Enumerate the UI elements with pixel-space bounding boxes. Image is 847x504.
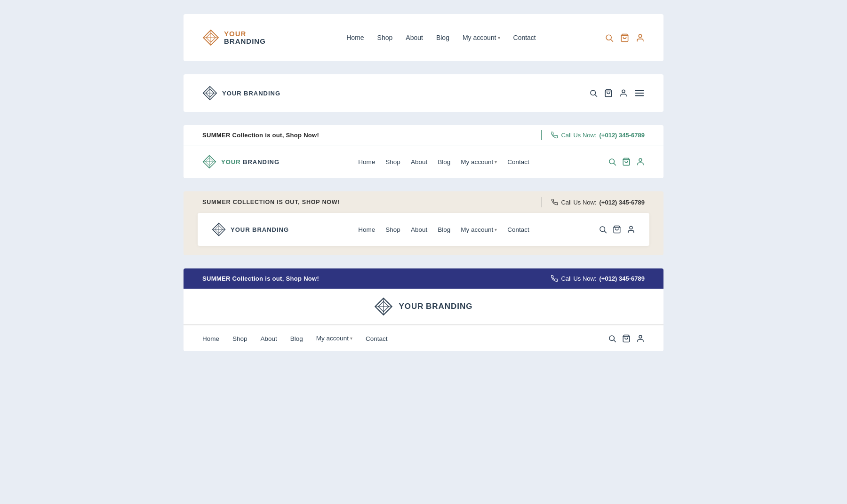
- svg-point-7: [639, 34, 641, 37]
- user-icon[interactable]: [636, 334, 645, 343]
- logo-text: YOUR BRANDING: [399, 302, 472, 311]
- svg-line-40: [614, 340, 615, 342]
- nav1-icons: [605, 33, 645, 42]
- call-number: (+012) 345-6789: [599, 199, 645, 206]
- user-icon[interactable]: [627, 225, 635, 234]
- nav4-topbar: SUMMER COLLECTION IS OUT, SHOP NOW! Call…: [184, 191, 663, 213]
- bag-icon[interactable]: [622, 334, 631, 343]
- nav4-logo[interactable]: YOUR BRANDING: [212, 222, 289, 236]
- nav-myaccount[interactable]: My account ▾: [463, 34, 500, 41]
- nav4-inner: YOUR BRANDING Home Shop About Blog My ac…: [198, 213, 649, 246]
- nav4-links: Home Shop About Blog My account ▾ Contac…: [358, 225, 529, 234]
- nav2-icons: [589, 88, 645, 98]
- logo-diamond-icon: [212, 222, 226, 236]
- logo-text: YOUR BRANDING: [231, 225, 289, 234]
- nav5-icons: [608, 334, 645, 343]
- chevron-down-icon: ▾: [495, 159, 497, 165]
- bag-icon[interactable]: [622, 158, 631, 166]
- search-icon[interactable]: [608, 158, 616, 166]
- nav3-main: YOUR BRANDING Home Shop About Blog My ac…: [184, 145, 663, 178]
- nav-contact[interactable]: Contact: [366, 334, 388, 343]
- menu-icon[interactable]: [634, 88, 645, 98]
- nav-myaccount[interactable]: My account ▾: [461, 226, 497, 233]
- search-icon[interactable]: [589, 89, 598, 97]
- nav-myaccount[interactable]: My account ▾: [461, 158, 497, 165]
- nav-shop[interactable]: Shop: [385, 225, 400, 234]
- bag-icon[interactable]: [604, 89, 613, 97]
- chevron-down-icon: ▾: [350, 336, 352, 341]
- bag-icon[interactable]: [620, 33, 629, 42]
- logo-your: YOUR: [224, 30, 266, 37]
- nav3-links: Home Shop About Blog My account ▾ Contac…: [358, 158, 529, 166]
- logo-your: YOUR: [221, 158, 241, 165]
- nav-home[interactable]: Home: [202, 334, 219, 343]
- logo-branding: BRANDING: [224, 37, 266, 46]
- nav-shop[interactable]: Shop: [377, 33, 393, 42]
- nav5-topbar: SUMMER Collection is out, Shop Now! Call…: [184, 268, 663, 289]
- user-icon[interactable]: [619, 89, 628, 97]
- logo-branding: BRANDING: [252, 226, 289, 233]
- navbar-4: SUMMER COLLECTION IS OUT, SHOP NOW! Call…: [184, 191, 663, 255]
- nav5-promo-text: SUMMER Collection is out, Shop Now!: [202, 275, 551, 282]
- nav-shop[interactable]: Shop: [385, 158, 400, 166]
- nav5-call: Call Us Now: (+012) 345-6789: [551, 275, 645, 282]
- nav3-promo-text: SUMMER Collection is out, Shop Now!: [202, 132, 532, 139]
- nav-myaccount[interactable]: My account ▾: [316, 335, 352, 342]
- navbar-3: SUMMER Collection is out, Shop Now! Call…: [184, 125, 663, 178]
- svg-line-13: [595, 94, 597, 96]
- page-wrapper: YOUR BRANDING Home Shop About Blog My ac…: [184, 9, 663, 356]
- svg-line-24: [614, 163, 615, 165]
- bag-icon[interactable]: [613, 225, 621, 234]
- nav-contact[interactable]: Contact: [507, 158, 529, 166]
- logo-diamond-icon: [202, 29, 219, 46]
- nav3-icons: [608, 158, 645, 166]
- nav1-logo[interactable]: YOUR BRANDING: [202, 29, 278, 46]
- nav-about[interactable]: About: [406, 33, 423, 42]
- nav5-bottom-nav: Home Shop About Blog My account ▾ Contac…: [184, 325, 663, 351]
- chevron-down-icon: ▾: [498, 35, 500, 40]
- nav-blog[interactable]: Blog: [438, 225, 450, 234]
- navbar-5: SUMMER Collection is out, Shop Now! Call…: [184, 268, 663, 351]
- nav-blog[interactable]: Blog: [436, 33, 449, 42]
- logo-diamond-icon: [374, 297, 393, 316]
- call-label: Call Us Now:: [561, 275, 596, 282]
- svg-line-5: [611, 39, 613, 41]
- nav-home[interactable]: Home: [346, 33, 364, 42]
- nav4-icons: [599, 225, 635, 234]
- nav-home[interactable]: Home: [358, 225, 375, 234]
- logo-branding: BRANDING: [244, 90, 280, 97]
- nav5-links: Home Shop About Blog My account ▾ Contac…: [202, 334, 387, 343]
- svg-point-15: [622, 90, 625, 93]
- logo-your: YOUR: [399, 302, 424, 311]
- nav2-logo[interactable]: YOUR BRANDING: [202, 86, 280, 101]
- nav-blog[interactable]: Blog: [438, 158, 450, 166]
- phone-icon: [551, 132, 558, 139]
- call-label: Call Us Now:: [561, 199, 596, 206]
- nav-blog[interactable]: Blog: [290, 334, 303, 343]
- nav-about[interactable]: About: [411, 158, 427, 166]
- nav-home[interactable]: Home: [358, 158, 375, 166]
- chevron-down-icon: ▾: [495, 227, 497, 232]
- logo-text: YOUR BRANDING: [221, 158, 280, 166]
- user-icon[interactable]: [636, 158, 645, 166]
- nav-shop[interactable]: Shop: [232, 334, 248, 343]
- logo-diamond-icon: [202, 155, 216, 169]
- nav3-logo[interactable]: YOUR BRANDING: [202, 155, 280, 169]
- logo-branding: BRANDING: [243, 158, 280, 165]
- user-icon[interactable]: [636, 33, 645, 42]
- logo-branding: BRANDING: [426, 302, 473, 311]
- nav5-logo-area: YOUR BRANDING: [184, 289, 663, 325]
- search-icon[interactable]: [608, 334, 616, 343]
- phone-icon: [551, 199, 558, 205]
- search-icon[interactable]: [599, 225, 607, 234]
- nav3-topbar: SUMMER Collection is out, Shop Now! Call…: [184, 125, 663, 145]
- nav-about[interactable]: About: [411, 225, 427, 234]
- logo-text: YOUR BRANDING: [222, 89, 280, 97]
- call-label: Call Us Now:: [561, 132, 596, 139]
- nav-contact[interactable]: Contact: [513, 33, 536, 42]
- nav-about[interactable]: About: [261, 334, 277, 343]
- nav4-call: Call Us Now: (+012) 345-6789: [551, 199, 645, 206]
- nav-contact[interactable]: Contact: [507, 225, 529, 234]
- search-icon[interactable]: [605, 33, 614, 42]
- nav1-links: Home Shop About Blog My account ▾ Contac…: [346, 33, 536, 42]
